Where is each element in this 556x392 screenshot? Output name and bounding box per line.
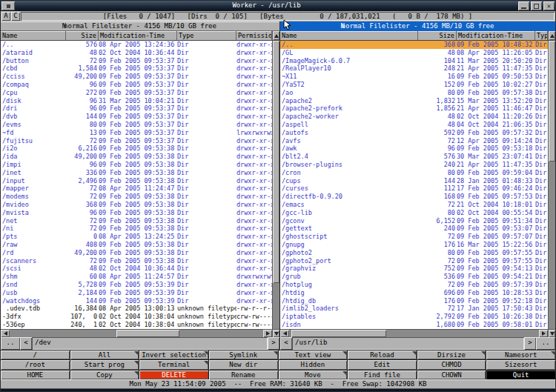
button-text-view[interactable]: Text view (279, 351, 348, 359)
column-header-type-right[interactable]: Type (535, 31, 548, 40)
file-row-disk[interactable]: /disk9631 Mar 2005 10:04:21Dirdrwxr-xr-x (1, 97, 272, 105)
left-vscroll-thumb[interactable] (273, 41, 279, 283)
file-row-gettext[interactable]: /gettext24009 Feb 2005 09:53:07Dir (280, 225, 548, 233)
right-history-forward-button[interactable]: > (524, 337, 536, 350)
file-row-inet[interactable]: /inet33609 Feb 2005 09:53:38Dirdrwxr-xr-… (1, 169, 272, 177)
file-row-udev-tdb[interactable]: .udev.tdb16,38408 Apr 2005 13:00:13unkno… (1, 305, 272, 313)
left-scroll-left-icon[interactable] (1, 330, 10, 337)
button-find-file[interactable]: Find file (348, 371, 417, 379)
right-history-back-button[interactable]: < (280, 337, 292, 350)
left-parent-dir-button[interactable]: .. (1, 337, 20, 350)
right-path-input[interactable]: /usr/lib (292, 337, 524, 350)
file-row-apache2-prefork[interactable]: /apache2-prefork1,85621 Apr 2005 11:46:4… (280, 104, 548, 113)
window-menu-icon[interactable] (1, 1, 15, 10)
file-row-imlib2-loaders[interactable]: /imlib2_loaders7217 Jan 2005 17:50:43Dir (280, 305, 548, 313)
file-row-awk[interactable]: /awk9609 Feb 2005 09:53:18Dir (280, 144, 548, 153)
file-row-slash[interactable]: /..57608 Apr 2005 13:24:36Dirdrwxr-xr-x (1, 41, 272, 49)
left-history-back-button[interactable]: < (20, 337, 32, 350)
file-row-graphviz[interactable]: /graphviz75209 Feb 2005 09:54:13Dir (280, 265, 548, 273)
file-row-gconv[interactable]: /gconv6,15209 Feb 2005 09:51:34Dir (280, 217, 548, 225)
file-row-mapper[interactable]: /mapper7208 Apr 2005 11:24:47Dirdrwxr-xr… (1, 185, 272, 193)
file-row-ni[interactable]: /ni7209 Feb 2005 09:53:38Dirdrwxr-xr-x (1, 225, 272, 233)
left-path-input[interactable]: /dev (32, 337, 268, 350)
file-row-gnupg[interactable]: /gnupg17616 Mar 2005 15:22:56Dir (280, 241, 548, 249)
button-move[interactable]: Move (279, 371, 348, 379)
left-hscroll-thumb[interactable] (116, 330, 180, 337)
left-pane-mode-tab[interactable]: N (62, 21, 66, 31)
button-namesort[interactable]: Namesort (486, 351, 555, 359)
file-row-ghostscript[interactable]: /ghostscript7209 Feb 2005 09:57:07Dir (280, 233, 548, 241)
file-row-apache2[interactable]: /apache21,83215 Mar 2005 13:52:20Dir (280, 97, 548, 105)
button-all[interactable]: All (70, 351, 139, 359)
column-header-size-left[interactable]: Size (66, 31, 99, 40)
file-row-mvista[interactable]: /mvista9609 Feb 2005 09:53:38Dirdrwxr-xr… (1, 209, 272, 217)
button-invert-selection[interactable]: Invert selection (139, 351, 208, 359)
file-row-compaq[interactable]: /compaq9609 Feb 2005 09:53:37Dirdrwxr-xr… (1, 81, 272, 89)
file-row-modems[interactable]: /modems7209 Feb 2005 09:53:38Dirdrwxr-xr… (1, 193, 272, 201)
button-sizesort[interactable]: Sizesort (486, 360, 555, 369)
file-row-hotplug[interactable]: /hotplug7209 Feb 2005 09:57:39Dir (280, 281, 548, 289)
file-row-gphoto2[interactable]: /gphoto28009 Feb 2005 09:57:55Dir (280, 249, 548, 257)
left-vertical-scrollbar[interactable] (272, 41, 279, 329)
file-row-gcc-lib[interactable]: /gcc-lib8002 Oct 2004 00:55:54Dir (280, 209, 548, 217)
right-scroll-up-icon[interactable] (548, 31, 555, 40)
file-row-browser-plugins[interactable]: /browser-plugins24021 Apr 2005 11:47:35D… (280, 161, 548, 169)
file-row-ao[interactable]: /ao8009 Feb 2005 09:57:38Dir (280, 89, 548, 97)
file-row-scsi[interactable]: /scsi4802 Oct 2004 10:36:44Dirdrwxr-xr-x (1, 265, 272, 273)
column-header-size-right[interactable]: Size (418, 31, 457, 40)
right-scroll-right-icon[interactable] (539, 330, 548, 337)
file-row-fd[interactable]: ~fd1309 Feb 2005 09:53:37Dirlrwxrwxrwx (1, 129, 272, 137)
file-row-autofs[interactable]: /autofs59209 Feb 2005 09:57:32Dir (280, 129, 548, 137)
file-row-fujitsu[interactable]: /fujitsu7209 Feb 2005 09:53:37Dirdrwxr-x… (1, 137, 272, 145)
file-row-rd[interactable]: /rd49,20009 Feb 2005 09:53:38Dirdrwxr-xr… (1, 249, 272, 257)
left-horizontal-scrollbar[interactable] (1, 329, 279, 337)
file-row-avfs[interactable]: /avfs7212 Apr 2005 09:14:24Dir (280, 137, 548, 145)
minimize-icon[interactable] (518, 1, 529, 10)
maximize-icon[interactable] (531, 1, 542, 10)
column-header-modification-time-left[interactable]: Modification-Time (99, 31, 177, 40)
right-hscroll-thumb[interactable] (291, 330, 386, 337)
file-row-536ep[interactable]: -536ep240, 102 Oct 2004 10:38:04unknown … (1, 321, 272, 329)
file-row-realplayer10[interactable]: /RealPlayer1024821 Apr 2005 11:47:35Dir (280, 64, 548, 73)
file-row-scanners[interactable]: /scanners7209 Feb 2005 09:53:38Dirdrwxr-… (1, 257, 272, 265)
file-row-curses[interactable]: /curses11217 Feb 2005 09:46:24Dir (280, 185, 548, 193)
right-parent-dir-button[interactable]: .. (536, 337, 555, 350)
button-dirsize[interactable]: Dirsize (417, 351, 486, 359)
left-pane-header[interactable]: normal Filelister - 4156 MB/10 GB free N (1, 21, 280, 31)
button-hidden[interactable]: Hidden (279, 360, 348, 369)
button-root[interactable]: /root (1, 360, 70, 369)
button-slash[interactable]: / (1, 351, 70, 359)
file-row-impi[interactable]: /impi9609 Feb 2005 09:53:38Dirdrwxr-xr-x (1, 161, 272, 169)
file-row-blt2-4[interactable]: /blt2.457630 Mar 2005 23:07:41Dir (280, 153, 548, 161)
file-row-3dfx[interactable]: -3dfx107, 002 Oct 2004 10:38:04unknown f… (1, 313, 272, 321)
column-header-name-right[interactable]: Name (280, 31, 418, 40)
file-row-yast2[interactable]: /YaST215209 Feb 2005 10:02:27Dir (280, 81, 548, 89)
file-row-raw[interactable]: /raw40809 Feb 2005 09:53:38Dirdrwxr-xr-x (1, 241, 272, 249)
file-row-cciss[interactable]: /cciss49,20009 Feb 2005 09:53:37Dirdrwxr… (1, 73, 272, 81)
file-row-snd[interactable]: /snd5,72809 Feb 2005 09:53:39Dirdrwxr-xr… (1, 281, 272, 289)
file-row-watchdogs[interactable]: /watchdogs14409 Feb 2005 09:53:39Dirdrwx… (1, 297, 272, 305)
file-row-net[interactable]: /net7209 Feb 2005 09:53:38Dirdrwxr-xr-x (1, 217, 272, 225)
file-row-usb[interactable]: /usb2,18409 Feb 2005 09:53:39Dirdrwxr-xr… (1, 289, 272, 297)
file-row-ataraid[interactable]: /ataraid4802 Oct 2004 10:36:44Dirdrwxr-x… (1, 49, 272, 57)
right-vertical-scrollbar[interactable] (548, 41, 555, 329)
right-pane-mode-tab[interactable]: N (341, 21, 345, 31)
file-row-htdig-db[interactable]: /htdig_db17609 Feb 2005 09:52:18Dir (280, 297, 548, 305)
right-vscroll-thumb[interactable] (549, 41, 555, 162)
button-chown[interactable]: CHOWN (417, 371, 486, 379)
file-row-shm[interactable]: /shm6008 Apr 2005 11:24:57Dirdrwxrwxrwt (1, 273, 272, 281)
file-row-directfb-0-9-20[interactable]: /directfb-0.9.2016809 Feb 2005 09:57:53D… (280, 193, 548, 201)
button-terminal[interactable]: Terminal (139, 360, 208, 369)
left-history-forward-button[interactable]: > (268, 337, 279, 350)
button-delete[interactable]: DELETE (139, 371, 208, 379)
button-rename[interactable]: Rename (209, 371, 278, 379)
right-horizontal-scrollbar[interactable] (280, 329, 555, 337)
file-row-grub[interactable]: /grub53609 Feb 2005 09:54:21Dir (280, 273, 548, 281)
right-hscroll-track[interactable] (289, 330, 539, 337)
file-row-gl[interactable]: /GL4808 Apr 2005 11:26:05Dir (280, 49, 548, 57)
button-symlink[interactable]: Symlink (209, 351, 278, 359)
button-edit[interactable]: Edit (348, 360, 417, 369)
left-scroll-down-icon[interactable] (272, 330, 279, 337)
button-start-prog[interactable]: Start prog (70, 360, 139, 369)
button-copy[interactable]: Copy (70, 371, 139, 379)
